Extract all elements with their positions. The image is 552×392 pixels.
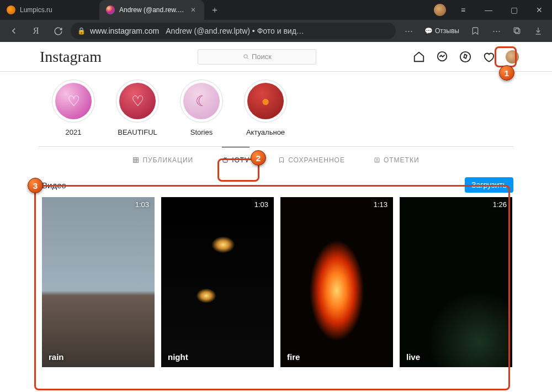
more-icon[interactable]: ⋯ [487, 22, 506, 40]
highlight-item[interactable]: ☾Stories [180, 80, 223, 136]
tab-icon [374, 157, 380, 163]
video-duration: 1:26 [493, 200, 507, 209]
instagram-nav [413, 50, 519, 63]
search-icon [243, 54, 249, 60]
highlight-icon: ● [247, 83, 284, 119]
tab-icon [222, 157, 229, 163]
messenger-icon[interactable] [436, 51, 448, 63]
close-button[interactable]: ✕ [527, 0, 552, 20]
highlight-icon: ☾ [183, 83, 220, 119]
video-thumbnail[interactable]: 1:03rain [42, 197, 155, 367]
profile-tab-igtv[interactable]: IGTV [222, 147, 250, 173]
instagram-logo[interactable]: Instagram [40, 48, 102, 66]
highlight-item[interactable]: ♡2021 [52, 80, 95, 136]
close-icon[interactable]: ✕ [189, 6, 198, 14]
video-duration: 1:03 [135, 200, 149, 209]
video-title: night [161, 347, 274, 367]
minimize-button[interactable]: — [476, 0, 501, 20]
search-placeholder: Поиск [252, 52, 272, 61]
svg-rect-5 [134, 157, 139, 162]
video-thumbnail[interactable]: 1:03night [161, 197, 274, 367]
highlight-icon: ♡ [55, 83, 92, 119]
chat-icon: 💬 [424, 27, 433, 35]
video-title: fire [280, 347, 393, 367]
menu-button[interactable]: ≡ [450, 0, 476, 20]
page-content: Instagram Поиск ♡2021♡BEAUTIFUL☾Stories●… [0, 42, 552, 392]
tab-label: ПУБЛИКАЦИИ [142, 156, 193, 164]
bookmark-icon[interactable] [466, 22, 485, 40]
profile-avatar[interactable] [506, 50, 519, 63]
highlight-ring: ● [244, 80, 287, 123]
tab-label: СОХРАНЕННОЕ [288, 156, 345, 164]
highlights-row: ♡2021♡BEAUTIFUL☾Stories●Актуальное [0, 72, 552, 146]
upload-button[interactable]: Загрузить [465, 177, 513, 193]
new-tab-button[interactable]: ＋ [206, 2, 223, 18]
section-header: Видео Загрузить [0, 173, 552, 197]
highlight-label: Stories [190, 128, 213, 136]
highlight-ring: ♡ [52, 80, 95, 123]
profile-tabs: ПУБЛИКАЦИИIGTVСОХРАНЕННОЕОТМЕТКИ [39, 146, 513, 173]
tab-icon [132, 157, 139, 163]
tab-title: Andrew (@and.rew.lptw [119, 6, 184, 14]
browser-titlebar: Lumpics.ru Andrew (@and.rew.lptw ✕ ＋ ≡ —… [0, 0, 552, 20]
back-button[interactable] [4, 22, 23, 40]
explore-icon[interactable] [459, 51, 471, 63]
highlight-item[interactable]: ♡BEAUTIFUL [116, 80, 159, 136]
window-controls: ≡ — ▢ ✕ [450, 0, 552, 20]
more-horizontal-icon[interactable]: ⋯ [399, 22, 418, 40]
reviews-label: Отзывы [435, 27, 459, 35]
home-icon[interactable] [413, 51, 425, 63]
reload-button[interactable] [49, 22, 67, 40]
section-title: Видео [42, 181, 66, 190]
highlight-item[interactable]: ●Актуальное [244, 80, 287, 136]
browser-tab-active[interactable]: Andrew (@and.rew.lptw ✕ [99, 0, 204, 20]
tab-icon [278, 157, 285, 163]
svg-point-2 [244, 55, 247, 58]
highlight-label: Актуальное [246, 128, 285, 136]
tab-title: Lumpics.ru [20, 6, 93, 14]
video-thumbnail[interactable]: 1:13fire [280, 197, 393, 367]
address-input[interactable]: 🔒 www.instagram.com Andrew (@and.rew.lpt… [71, 23, 396, 39]
url-domain: www.instagram.com [90, 27, 159, 35]
reviews-button[interactable]: 💬 Отзывы [420, 25, 464, 37]
video-duration: 1:03 [254, 200, 268, 209]
svg-point-8 [376, 159, 378, 160]
highlight-ring: ♡ [116, 80, 159, 123]
video-title: live [400, 347, 512, 367]
tab-favicon-icon [106, 6, 115, 14]
highlight-icon: ♡ [119, 83, 156, 119]
svg-rect-0 [515, 29, 520, 34]
video-duration: 1:13 [374, 200, 388, 209]
profile-tab-публикации[interactable]: ПУБЛИКАЦИИ [132, 147, 193, 173]
videos-grid: 1:03rain1:03night1:13fire1:26live [0, 197, 552, 367]
lock-icon: 🔒 [77, 27, 86, 35]
heart-icon[interactable] [482, 51, 495, 63]
highlight-label: BEAUTIFUL [118, 128, 157, 136]
browser-tabs: Lumpics.ru Andrew (@and.rew.lptw ✕ ＋ [0, 0, 429, 20]
instagram-header: Instagram Поиск [0, 42, 552, 72]
maximize-button[interactable]: ▢ [501, 0, 527, 20]
search-input[interactable]: Поиск [198, 49, 316, 65]
video-thumbnail[interactable]: 1:26live [400, 197, 512, 367]
toolbar-right: ⋯ 💬 Отзывы ⋯ [399, 22, 548, 40]
downloads-icon[interactable] [529, 22, 548, 40]
browser-address-bar: Я 🔒 www.instagram.com Andrew (@and.rew.l… [0, 20, 552, 42]
profile-tab-сохраненное[interactable]: СОХРАНЕННОЕ [278, 147, 345, 173]
url-title: Andrew (@and.rew.lptw) • Фото и вид… [166, 27, 304, 35]
highlight-label: 2021 [66, 128, 82, 136]
svg-rect-6 [223, 158, 227, 162]
extensions-icon[interactable] [508, 22, 527, 40]
tab-label: ОТМЕТКИ [384, 156, 420, 164]
yandex-icon[interactable]: Я [26, 22, 45, 40]
highlight-ring: ☾ [180, 80, 223, 123]
video-title: rain [42, 347, 155, 367]
browser-tab-inactive[interactable]: Lumpics.ru [0, 0, 99, 20]
tab-label: IGTV [232, 156, 250, 164]
svg-rect-1 [514, 28, 519, 33]
svg-point-4 [460, 51, 470, 61]
tab-favicon-icon [7, 6, 15, 14]
profile-tab-отметки[interactable]: ОТМЕТКИ [374, 147, 420, 173]
browser-profile-avatar[interactable] [434, 4, 446, 16]
